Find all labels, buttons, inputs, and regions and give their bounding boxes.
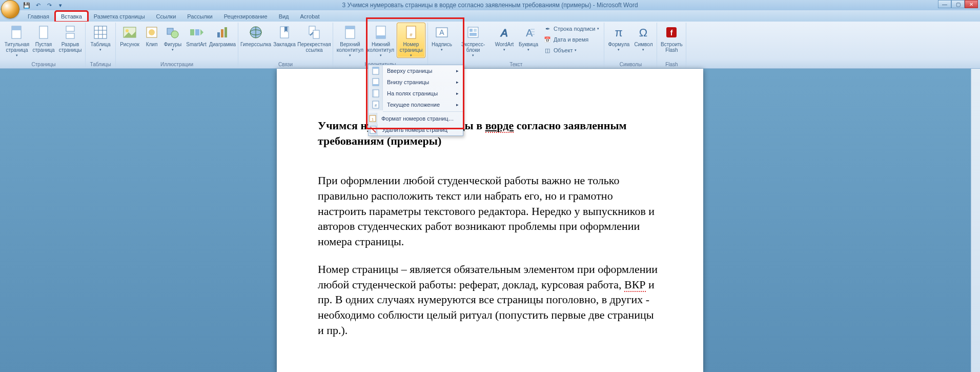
- group-symbols: π Формула▾ Ω Символ▾ Символы: [604, 23, 657, 68]
- svg-text:1: 1: [372, 117, 374, 122]
- chevron-down-icon: ▾: [99, 48, 101, 52]
- qat-more-icon[interactable]: ▾: [56, 1, 65, 9]
- table-button[interactable]: Таблица▾: [88, 23, 113, 52]
- submenu-arrow-icon: ▸: [456, 68, 459, 73]
- save-icon[interactable]: 💾: [23, 1, 31, 9]
- date-time-button[interactable]: 📅Дата и время: [541, 34, 602, 45]
- group-headerfooter: Верхний колонтитул▾ Нижний колонтитул▾ #…: [333, 23, 428, 68]
- tab-view[interactable]: Вид: [274, 12, 294, 22]
- svg-text:π: π: [615, 26, 623, 39]
- cover-page-button[interactable]: Титульная страница▾: [4, 23, 30, 58]
- svg-rect-16: [190, 29, 194, 35]
- page-break-icon: [62, 24, 78, 41]
- wordart-button[interactable]: A WordArt▾: [493, 23, 516, 52]
- format-numbers-icon: 1: [369, 113, 377, 124]
- group-text: A Надпись▾ Экспресс-блоки▾ A WordArt▾ A …: [428, 23, 604, 68]
- tab-acrobat[interactable]: Acrobat: [295, 12, 325, 22]
- smartart-button[interactable]: SmartArt: [185, 23, 208, 48]
- close-button[interactable]: ✕: [965, 0, 978, 8]
- svg-rect-40: [469, 33, 477, 36]
- symbol-button[interactable]: Ω Символ▾: [632, 23, 655, 52]
- calendar-icon: 📅: [543, 35, 552, 44]
- dropcap-button[interactable]: A Буквица▾: [517, 23, 540, 52]
- textbox-button[interactable]: A Надпись▾: [430, 23, 454, 52]
- svg-point-15: [171, 31, 178, 38]
- signature-line-button[interactable]: ✒Строка подписи ▾: [541, 24, 602, 34]
- office-button[interactable]: [1, 0, 19, 18]
- chevron-down-icon: ▾: [441, 48, 443, 52]
- current-position-icon: #: [369, 99, 383, 110]
- undo-icon[interactable]: ↶: [34, 1, 42, 9]
- tab-mailings[interactable]: Рассылки: [182, 12, 217, 22]
- page-margins-icon: [369, 88, 383, 99]
- dd-remove-numbers[interactable]: Удалить номера страниц: [369, 124, 463, 135]
- dd-top-of-page[interactable]: Вверху страницы ▸: [369, 65, 463, 76]
- page-top-icon: [369, 65, 383, 76]
- quick-access-toolbar: 💾 ↶ ↷ ▾: [23, 1, 65, 9]
- bookmark-button[interactable]: Закладка: [272, 23, 297, 48]
- menu-separator: [383, 111, 463, 112]
- dd-bottom-of-page[interactable]: Внизу страницы ▸: [369, 76, 463, 88]
- chart-button[interactable]: Диаграмма: [209, 23, 236, 48]
- table-icon: [92, 24, 109, 41]
- svg-rect-20: [221, 29, 223, 37]
- clipart-button[interactable]: Клип: [142, 23, 161, 48]
- vertical-scrollbar[interactable]: [971, 69, 980, 372]
- minimize-button[interactable]: —: [938, 0, 951, 8]
- window-title: 3 Учимся нумеровать страницы в ворде сог…: [342, 2, 638, 9]
- crossref-button[interactable]: Перекрестная ссылка: [298, 23, 331, 53]
- svg-text:Ω: Ω: [639, 26, 647, 39]
- document-page[interactable]: Учимся нумеровать страницы в ворде согла…: [277, 69, 703, 372]
- maximize-button[interactable]: ▢: [951, 0, 965, 8]
- equation-icon: π: [610, 24, 627, 41]
- titlebar: 💾 ↶ ↷ ▾ 3 Учимся нумеровать страницы в в…: [0, 0, 980, 10]
- header-icon: [342, 24, 358, 41]
- chart-icon: [214, 24, 231, 41]
- dd-page-margins[interactable]: На полях страницы ▸: [369, 88, 463, 99]
- quickparts-icon: [465, 24, 481, 41]
- group-tables: Таблица▾ Таблицы: [86, 23, 116, 68]
- crossref-icon: [306, 24, 322, 41]
- page-number-dropdown: Вверху страницы ▸ Внизу страницы ▸ На по…: [368, 65, 463, 136]
- object-button[interactable]: ◫Объект ▾: [541, 45, 602, 55]
- group-illustrations-label: Иллюстрации: [118, 61, 236, 68]
- svg-rect-51: [373, 67, 379, 69]
- doc-paragraph: При оформлении любой студенческой работы…: [318, 173, 662, 249]
- tab-page-layout[interactable]: Разметка страницы: [89, 12, 150, 22]
- quickparts-button[interactable]: Экспресс-блоки▾: [455, 23, 492, 58]
- svg-text:f: f: [670, 29, 673, 37]
- textbox-icon: A: [434, 24, 450, 41]
- svg-rect-38: [469, 29, 473, 32]
- page-break-button[interactable]: Разрыв страницы: [57, 23, 83, 53]
- tab-review[interactable]: Рецензирование: [219, 12, 273, 22]
- page-number-button[interactable]: # Номер страницы▾: [397, 23, 425, 58]
- header-button[interactable]: Верхний колонтитул▾: [335, 23, 365, 58]
- hyperlink-button[interactable]: Гиперссылка: [240, 23, 271, 48]
- equation-button[interactable]: π Формула▾: [606, 23, 631, 52]
- footer-button[interactable]: Нижний колонтитул▾: [366, 23, 396, 58]
- smartart-icon: [188, 24, 205, 41]
- group-links: Гиперссылка Закладка Перекрестная ссылка…: [238, 23, 333, 68]
- chevron-down-icon: ▾: [503, 48, 505, 52]
- flash-button[interactable]: f Встроить Flash: [659, 23, 684, 53]
- page-number-icon: #: [403, 24, 419, 41]
- blank-page-button[interactable]: Пустая страница: [31, 23, 56, 53]
- dd-format-numbers[interactable]: 1 Формат номеров страниц…: [369, 113, 463, 124]
- tab-home[interactable]: Главная: [23, 12, 54, 22]
- window-controls: — ▢ ✕: [938, 0, 978, 8]
- tab-references[interactable]: Ссылки: [151, 12, 181, 22]
- group-flash: f Встроить Flash Flash: [657, 23, 686, 68]
- blank-page-icon: [35, 24, 52, 41]
- redo-icon[interactable]: ↷: [45, 1, 53, 9]
- ribbon: Титульная страница▾ Пустая страница Разр…: [0, 22, 980, 69]
- svg-rect-2: [39, 26, 48, 38]
- submenu-arrow-icon: ▸: [456, 80, 459, 85]
- chevron-down-icon: ▾: [410, 53, 412, 57]
- tab-insert[interactable]: Вставка: [55, 11, 88, 22]
- picture-button[interactable]: Рисунок: [118, 23, 141, 48]
- dd-current-position[interactable]: # Текущее положение ▸: [369, 99, 463, 110]
- spelling-underline: ворде: [485, 119, 514, 133]
- cover-page-icon: [9, 24, 25, 41]
- page-bottom-icon: [369, 76, 383, 88]
- shapes-button[interactable]: Фигуры▾: [162, 23, 183, 52]
